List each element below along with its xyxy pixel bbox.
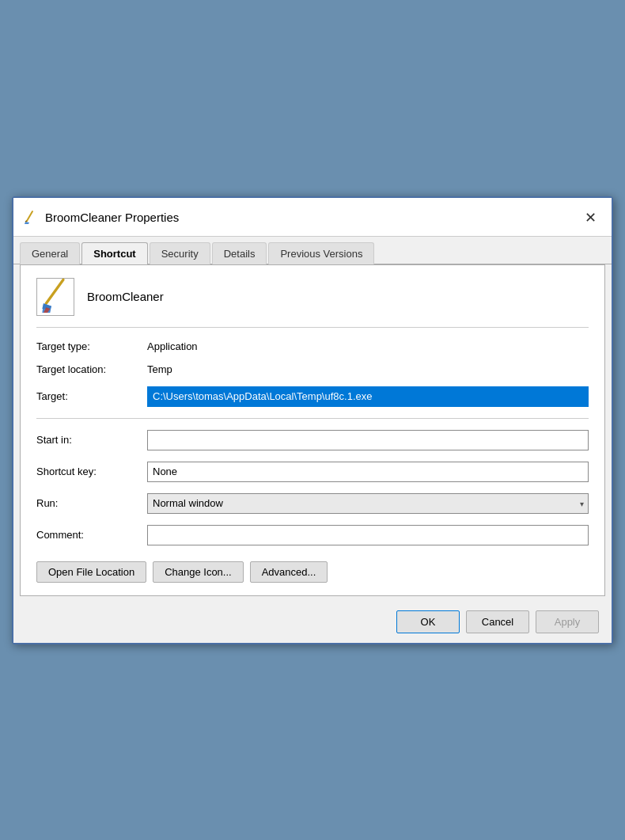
comment-label: Comment: [36, 529, 147, 541]
app-name: BroomCleaner [87, 290, 164, 303]
tab-details[interactable]: Details [212, 242, 267, 264]
run-select-wrapper: Normal window Minimized Maximized ▾ [147, 493, 589, 514]
svg-line-3 [46, 279, 63, 303]
shortcut-key-label: Shortcut key: [36, 466, 147, 477]
run-label: Run: [36, 497, 147, 509]
start-in-label: Start in: [36, 434, 147, 446]
target-row: Target: [36, 386, 589, 407]
run-select[interactable]: Normal window Minimized Maximized [147, 493, 589, 514]
shortcut-key-row: Shortcut key: [36, 462, 589, 482]
tab-bar: General Shortcut Security Details Previo… [13, 237, 612, 264]
action-buttons: Open File Location Change Icon... Advanc… [36, 561, 589, 583]
tab-security[interactable]: Security [150, 242, 210, 264]
app-icon-box [36, 278, 74, 316]
target-type-row: Target type: Application [36, 340, 589, 352]
shortcut-key-input[interactable] [147, 462, 589, 482]
window-title: BroomCleaner Properties [45, 211, 179, 224]
target-location-label: Target location: [36, 363, 147, 375]
properties-dialog: BroomCleaner Properties ✕ General Shortc… [12, 196, 613, 644]
comment-row: Comment: [36, 525, 589, 545]
target-input[interactable] [147, 386, 589, 407]
tab-previous-versions[interactable]: Previous Versions [268, 242, 374, 264]
svg-line-0 [27, 211, 32, 221]
cancel-button[interactable]: Cancel [466, 610, 529, 633]
apply-button[interactable]: Apply [536, 610, 599, 633]
advanced-button[interactable]: Advanced... [250, 561, 328, 583]
app-broom-icon [40, 278, 71, 316]
tab-shortcut[interactable]: Shortcut [81, 242, 147, 264]
svg-marker-1 [25, 222, 29, 224]
separator-1 [36, 418, 589, 419]
comment-input[interactable] [147, 525, 589, 545]
target-type-label: Target type: [36, 340, 147, 352]
title-bar-left: BroomCleaner Properties [23, 210, 179, 226]
tab-content: BroomCleaner Target type: Application Ta… [20, 264, 605, 596]
dialog-buttons: OK Cancel Apply [13, 602, 612, 643]
target-location-value: Temp [147, 363, 172, 375]
target-label: Target: [36, 390, 147, 402]
app-header: BroomCleaner [36, 278, 589, 328]
target-location-row: Target location: Temp [36, 363, 589, 375]
close-button[interactable]: ✕ [578, 206, 602, 230]
run-row: Run: Normal window Minimized Maximized ▾ [36, 493, 589, 514]
ok-button[interactable]: OK [396, 610, 460, 633]
change-icon-button[interactable]: Change Icon... [153, 561, 244, 583]
open-file-location-button[interactable]: Open File Location [36, 561, 146, 583]
start-in-row: Start in: [36, 430, 589, 450]
target-type-value: Application [147, 340, 198, 352]
start-in-input[interactable] [147, 430, 589, 450]
svg-line-2 [25, 221, 27, 222]
title-broom-icon [23, 210, 39, 226]
tab-general[interactable]: General [20, 242, 80, 264]
title-bar: BroomCleaner Properties ✕ [13, 198, 612, 237]
